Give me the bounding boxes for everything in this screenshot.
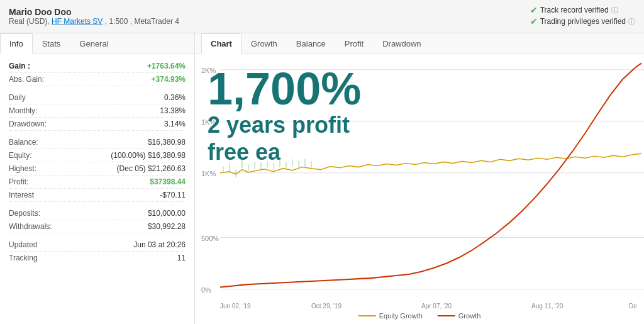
daily-label: Daily <box>9 93 26 102</box>
updated-row: Updated Jun 03 at 20:26 <box>9 238 186 252</box>
main-content: Info Stats General Gain : +1763.64% Abs.… <box>0 33 644 324</box>
drawdown-label: Drawdown: <box>9 120 47 128</box>
svg-text:2K%: 2K% <box>201 67 216 74</box>
svg-text:500%: 500% <box>201 234 219 242</box>
equity-label: Equity: <box>9 151 32 160</box>
tab-growth[interactable]: Growth <box>242 33 287 53</box>
deposits-label: Deposits: <box>9 209 40 218</box>
equity-growth-line <box>220 154 641 174</box>
header-left: Mario Doo Doo Real (USD), HF Markets SV … <box>9 7 179 26</box>
svg-text:Aug 11, '20: Aug 11, '20 <box>531 303 564 310</box>
profit-row: Profit: $37398.44 <box>9 176 186 189</box>
abs-gain-row: Abs. Gain: +374.93% <box>9 73 186 86</box>
legend-growth: Growth <box>438 312 480 320</box>
trading-privileges-verified: ✔ Trading privileges verified ⓘ <box>530 16 635 26</box>
check-icon-2: ✔ <box>530 16 538 26</box>
svg-text:1K%: 1K% <box>201 118 216 126</box>
tab-drawdown[interactable]: Drawdown <box>373 33 430 53</box>
gain-label: Gain : <box>9 62 30 70</box>
legend-equity-line <box>358 315 376 316</box>
verified-text-1: Track record verified <box>540 6 609 14</box>
updated-label: Updated <box>9 240 37 249</box>
interest-label: Interest <box>9 191 34 199</box>
info-icon-2[interactable]: ⓘ <box>628 17 635 26</box>
svg-text:Oct 29, '19: Oct 29, '19 <box>311 303 341 310</box>
verified-text-2: Trading privileges verified <box>540 17 626 26</box>
left-tabs: Info Stats General <box>0 33 194 53</box>
legend-growth-label: Growth <box>458 312 480 320</box>
balance-row: Balance: $16,380.98 <box>9 136 186 149</box>
tab-chart[interactable]: Chart <box>201 33 242 53</box>
chart-legend: Equity Growth Growth <box>358 312 481 320</box>
header: Mario Doo Doo Real (USD), HF Markets SV … <box>0 0 644 33</box>
tracking-label: Tracking <box>9 254 38 262</box>
equity-row: Equity: (100.00%) $16,380.98 <box>9 149 186 162</box>
tab-balance[interactable]: Balance <box>287 33 335 53</box>
left-panel: Info Stats General Gain : +1763.64% Abs.… <box>0 33 195 324</box>
interest-row: Interest -$70.11 <box>9 189 186 202</box>
highest-label: Highest: <box>9 164 36 173</box>
abs-gain-label: Abs. Gain: <box>9 75 44 84</box>
tracking-value: 11 <box>177 254 186 262</box>
tracking-row: Tracking 11 <box>9 252 186 264</box>
legend-equity-label: Equity Growth <box>379 312 423 320</box>
daily-row: Daily 0.36% <box>9 91 186 104</box>
tab-stats[interactable]: Stats <box>33 33 70 53</box>
growth-line <box>220 63 641 287</box>
withdrawals-value: $30,992.28 <box>148 222 186 231</box>
highest-row: Highest: (Dec 05) $21,260.63 <box>9 162 186 176</box>
monthly-row: Monthly: 13.38% <box>9 104 186 118</box>
equity-value: (100.00%) $16,380.98 <box>111 151 186 160</box>
deposits-value: $10,000.00 <box>148 209 186 218</box>
updated-value: Jun 03 at 20:26 <box>133 240 186 249</box>
profit-label: Profit: <box>9 177 28 186</box>
right-panel: Chart Growth Balance Profit Drawdown 1,7… <box>195 33 644 324</box>
tab-general[interactable]: General <box>70 33 118 53</box>
legend-growth-line <box>438 315 455 316</box>
monthly-value: 13.38% <box>160 106 186 115</box>
tab-info[interactable]: Info <box>0 33 33 53</box>
drawdown-value: 3.14% <box>164 120 186 128</box>
svg-text:1K%: 1K% <box>201 170 216 177</box>
chart-svg: 2K% 1K% 1K% 500% 0% Jun 02, '19 Oct 29, … <box>195 53 644 324</box>
account-details: Real (USD), HF Markets SV , 1:500 , Meta… <box>9 17 179 26</box>
right-tabs: Chart Growth Balance Profit Drawdown <box>195 33 644 53</box>
check-icon-1: ✔ <box>530 5 538 15</box>
header-right: ✔ Track record verified ⓘ ✔ Trading priv… <box>530 5 635 28</box>
withdrawals-row: Withdrawals: $30,992.28 <box>9 220 186 233</box>
svg-text:Jun 02, '19: Jun 02, '19 <box>220 303 251 310</box>
svg-text:Apr 07, '20: Apr 07, '20 <box>421 303 452 310</box>
svg-text:0%: 0% <box>201 286 211 294</box>
broker-link[interactable]: HF Markets SV <box>52 17 103 26</box>
gain-row: Gain : +1763.64% <box>9 60 186 73</box>
monthly-label: Monthly: <box>9 106 37 115</box>
left-body: Gain : +1763.64% Abs. Gain: +374.93% Dai… <box>0 53 194 324</box>
gain-value: +1763.64% <box>147 62 186 70</box>
balance-value: $16,380.98 <box>148 138 186 147</box>
profit-value: $37398.44 <box>150 177 186 186</box>
balance-label: Balance: <box>9 138 38 147</box>
withdrawals-label: Withdrawals: <box>9 222 52 231</box>
daily-value: 0.36% <box>164 93 186 102</box>
interest-value: -$70.11 <box>160 191 186 199</box>
highest-value: (Dec 05) $21,260.63 <box>117 164 186 173</box>
account-name: Mario Doo Doo <box>9 7 179 17</box>
drawdown-row: Drawdown: 3.14% <box>9 118 186 131</box>
deposits-row: Deposits: $10,000.00 <box>9 207 186 220</box>
chart-area: 1,700% 2 years profit free ea 2K% 1K% 1K… <box>195 53 644 324</box>
tab-profit[interactable]: Profit <box>335 33 373 53</box>
svg-text:De: De <box>629 303 637 310</box>
track-record-verified: ✔ Track record verified ⓘ <box>530 5 635 15</box>
abs-gain-value: +374.93% <box>152 75 186 84</box>
legend-equity: Equity Growth <box>358 312 423 320</box>
info-icon-1[interactable]: ⓘ <box>611 6 618 15</box>
